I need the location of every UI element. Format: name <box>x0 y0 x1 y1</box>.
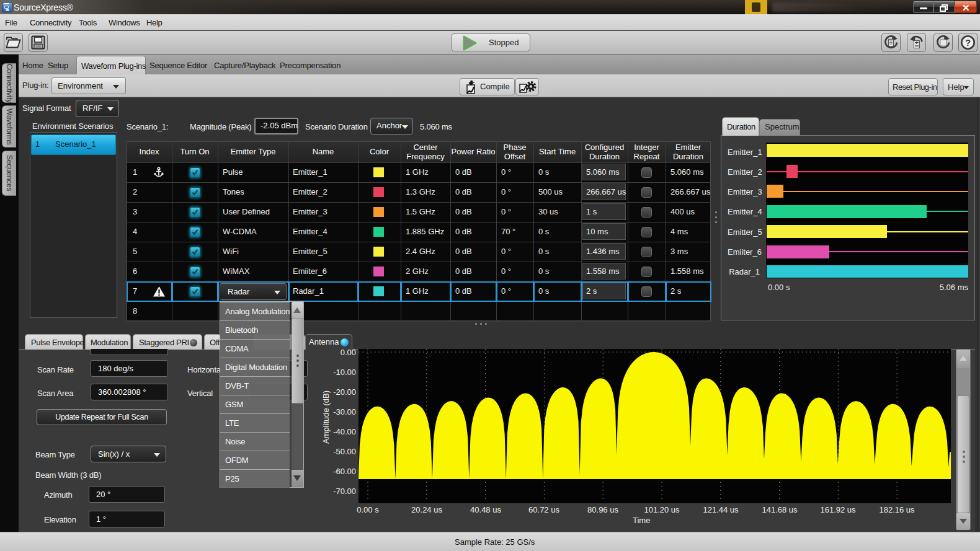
svg-text:?: ? <box>965 37 971 48</box>
